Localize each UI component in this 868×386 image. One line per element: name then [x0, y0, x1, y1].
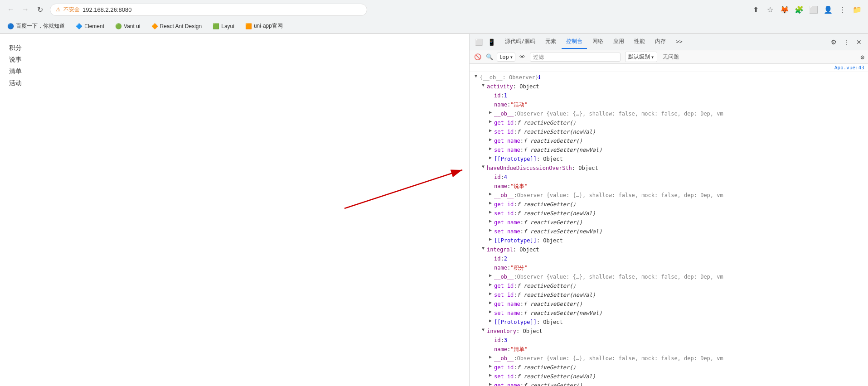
bookmark-react-ant[interactable]: 🔶 React Ant Design	[149, 22, 205, 30]
bookmark-baidu[interactable]: 🔵 百度一下，你就知道	[5, 21, 68, 31]
expand-btn[interactable]: ▼	[480, 327, 486, 333]
expand-btn[interactable]: ▶	[488, 137, 493, 142]
tree-line: ▶set name: f reactiveSetter(newVal)	[470, 309, 868, 318]
baidu-icon: 🔵	[7, 23, 14, 29]
clear-console-button[interactable]: 🚫	[473, 53, 482, 62]
profile-account-button[interactable]: 👤	[822, 3, 834, 16]
tree-line: ▼inventory: Object	[470, 327, 868, 336]
expand-btn[interactable]: ▶	[488, 227, 493, 233]
menu-item-integral[interactable]: 积分	[9, 43, 460, 53]
tree-line: ▼activity: Object	[470, 82, 868, 91]
console-source-link[interactable]: App.vue:43	[834, 65, 864, 71]
level-label: 默认级别	[628, 53, 650, 61]
obj-comment: {__ob__: Observer}	[480, 73, 538, 82]
reload-button[interactable]: ↻	[34, 3, 46, 16]
bookmark-vant[interactable]: 🟢 Vant ui	[112, 22, 143, 30]
expand-btn[interactable]: ▶	[488, 273, 493, 278]
obj-accessor: set id	[494, 291, 514, 299]
level-chevron: ▾	[651, 54, 654, 60]
inspect-element-button[interactable]: ⬜	[473, 37, 484, 48]
bookmark-element-label: Element	[84, 23, 104, 29]
context-dropdown[interactable]: top ▾	[497, 53, 515, 62]
show-network-button[interactable]: 👁	[518, 53, 527, 62]
page-content: 积分 说事 清单 活动	[0, 34, 469, 97]
devtools-more-button[interactable]: ⋮	[841, 37, 852, 48]
bookmark-button[interactable]: ☆	[764, 3, 776, 16]
bookmark-layui[interactable]: 🟩 Layui	[210, 22, 237, 30]
expand-btn[interactable]: ▼	[480, 164, 486, 169]
obj-key: activity	[487, 82, 513, 91]
level-dropdown[interactable]: 默认级别 ▾	[625, 52, 657, 62]
bookmark-uniapp[interactable]: 🟧 uni-app官网	[242, 21, 286, 31]
more-button[interactable]: ⋮	[836, 3, 849, 16]
tab-more[interactable]: >>	[671, 36, 687, 48]
expand-btn[interactable]: ▼	[480, 82, 486, 88]
tab-console[interactable]: 控制台	[562, 35, 587, 49]
obj-key: __ob__	[494, 273, 514, 281]
back-button[interactable]: ←	[5, 3, 17, 16]
all-bookmarks-button[interactable]: 📁	[851, 3, 863, 16]
expand-btn[interactable]: ▶	[488, 218, 493, 224]
expand-btn[interactable]: ▶	[488, 381, 493, 386]
expand-btn[interactable]: ▶	[488, 354, 493, 360]
obj-accessor: get name	[494, 218, 520, 227]
extensions-button[interactable]: 🧩	[793, 3, 805, 16]
expand-btn[interactable]: ▶	[488, 300, 493, 305]
device-mode-button[interactable]: 📱	[486, 37, 497, 48]
tab-memory[interactable]: 内存	[650, 35, 670, 49]
expand-btn[interactable]: ▶	[488, 146, 493, 151]
tab-elements[interactable]: 元素	[541, 35, 561, 49]
expand-btn[interactable]: ▶	[488, 291, 493, 296]
tab-performance[interactable]: 性能	[630, 35, 650, 49]
window-button[interactable]: ⬜	[807, 3, 820, 16]
menu-item-story[interactable]: 说事	[9, 55, 460, 65]
expand-btn[interactable]: ▶	[488, 119, 493, 124]
issue-badge[interactable]: 无问题	[660, 52, 682, 62]
expand-btn[interactable]: ▶	[488, 309, 493, 314]
tab-application[interactable]: 应用	[609, 35, 629, 49]
context-label: top	[499, 54, 509, 60]
bookmark-element[interactable]: 🔷 Element	[73, 22, 107, 30]
expand-btn[interactable]: ▶	[488, 363, 493, 369]
tree-line: id: 1	[470, 91, 868, 100]
tab-sources[interactable]: 源代码/源码	[500, 35, 540, 49]
bookmarks-bar: 🔵 百度一下，你就知道 🔷 Element 🟢 Vant ui 🔶 React …	[0, 19, 868, 34]
tree-line: id: 3	[470, 336, 868, 345]
expand-btn[interactable]: ▶	[488, 282, 493, 287]
expand-btn[interactable]: ▼	[473, 73, 479, 79]
expand-btn[interactable]: ▶	[488, 209, 493, 215]
console-header-line: App.vue:43	[470, 64, 868, 72]
forward-button[interactable]: →	[19, 3, 32, 16]
expand-btn[interactable]: ▶	[488, 318, 493, 323]
expand-btn[interactable]: ▶	[488, 128, 493, 133]
vant-icon: 🟢	[115, 23, 122, 29]
tree-line: ▶__ob__: Observer {value: {…}, shallow: …	[470, 109, 868, 118]
tab-network[interactable]: 网络	[588, 35, 608, 49]
expand-btn[interactable]: ▶	[488, 372, 493, 378]
address-bar[interactable]: ⚠ 不安全 192.168.2.26:8080	[50, 4, 367, 16]
tree-line: ▼haveUndueDiscussionOverSth: Object	[470, 164, 868, 173]
filter-button[interactable]: 🔍	[485, 53, 494, 62]
devtools-settings-button[interactable]: ⚙	[828, 37, 839, 48]
obj-key: name	[494, 101, 507, 109]
profile-button[interactable]: 🦊	[778, 3, 791, 16]
console-settings-icon[interactable]: ⚙	[861, 53, 864, 61]
menu-item-list[interactable]: 清单	[9, 67, 460, 77]
expand-btn[interactable]: ▶	[488, 110, 493, 115]
expand-btn[interactable]: ▶	[488, 236, 493, 242]
expand-btn[interactable]: ▶	[488, 155, 493, 160]
menu-item-activity[interactable]: 活动	[9, 78, 460, 88]
page-menu: 积分 说事 清单 活动	[9, 43, 460, 88]
expand-btn[interactable]: ▼	[480, 246, 486, 251]
console-output[interactable]: App.vue:43 ▼{__ob__: Observer} ℹ▼activit…	[470, 64, 868, 386]
expand-btn[interactable]: ▶	[488, 200, 493, 206]
expand-btn[interactable]: ▶	[488, 191, 493, 197]
security-warning: ⚠	[56, 6, 61, 13]
devtools-settings: ⚙ ⋮ ✕	[828, 37, 864, 48]
filter-input[interactable]	[530, 53, 621, 62]
tree-line: name: "清单"	[470, 345, 868, 354]
share-button[interactable]: ⬆	[749, 3, 762, 16]
devtools-close-button[interactable]: ✕	[853, 37, 864, 48]
obj-key: id	[494, 255, 500, 263]
devtools-tabs: ⬜ 📱 源代码/源码 元素 控制台 网络 应用 性能 内存 >> ⚙ ⋮ ✕	[470, 34, 868, 50]
